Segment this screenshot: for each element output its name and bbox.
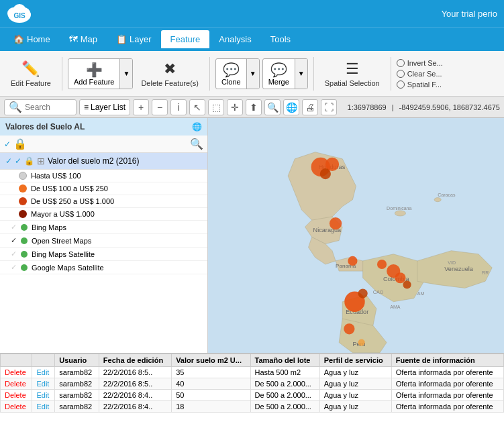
cell-perfil: Agua y luz (319, 400, 391, 412)
delete-icon: ✖ (164, 60, 176, 78)
svg-point-18 (395, 211, 405, 216)
clone-split[interactable]: 💬 Clone ▼ (215, 58, 260, 89)
cursor-btn[interactable]: ↖ (189, 99, 205, 115)
zoom-in-btn[interactable]: 🔍 (264, 99, 281, 115)
base-layer-3[interactable]: ✓ Google Maps Satellite (0, 261, 207, 274)
cell-fecha: 22/2/2016 8:4.. (99, 389, 171, 400)
legend-dot-3 (19, 210, 27, 218)
col-perfil: Perfil de servicio (319, 354, 391, 366)
cell-fuente: Oferta informada por oferente (391, 378, 503, 389)
globe-small-icon: 🌐 (192, 122, 202, 131)
cell-usuario: saramb82 (55, 366, 99, 378)
spatial-f-icon (397, 80, 405, 89)
info-btn[interactable]: i (170, 99, 187, 115)
print-btn[interactable]: 🖨 (302, 99, 318, 115)
edit-link[interactable]: Edit (36, 391, 49, 399)
legend-dot-1 (19, 184, 27, 193)
nav-analysis[interactable]: Analysis (209, 30, 260, 48)
base-check-0: ✓ (11, 223, 17, 231)
svg-point-32 (358, 288, 368, 298)
invert-selection-row[interactable]: Invert Se... (397, 59, 443, 67)
nav-layer[interactable]: 📋 Layer (107, 30, 161, 48)
search-input[interactable] (25, 103, 72, 112)
col-usuario: Usuario (55, 354, 99, 366)
move-btn[interactable]: ✛ (227, 99, 243, 115)
col-valor: Valor suelo m2 U... (172, 354, 250, 366)
coord-position: -8492459.5906, 1868732.4675 (399, 103, 500, 111)
data-table: Usuario Fecha de edición Valor suelo m2 … (0, 354, 504, 413)
lock-icon: 🔒 (13, 138, 27, 150)
layer-panel: Valores del Suelo AL 🌐 ✓ 🔒 🔍 ✓ ✓ 🔒 ⊞ Val… (0, 118, 208, 353)
clone-button[interactable]: 💬 Clone (216, 59, 246, 89)
zoom-layer-icon[interactable]: 🔍 (190, 138, 203, 150)
svg-text:Dominicana: Dominicana (387, 206, 411, 211)
coord-display: 1:36978869 | -8492459.5906, 1868732.4675 (348, 103, 500, 111)
svg-point-25 (330, 217, 342, 229)
base-layer-1[interactable]: ✓ Open Street Maps (0, 234, 207, 248)
legend-item-2: De US$ 250 a US$ 1.000 (0, 195, 207, 208)
legend-dot-0 (19, 172, 27, 180)
add-btn[interactable]: + (133, 99, 149, 115)
merge-button[interactable]: 💬 Merge (263, 59, 295, 89)
clear-label: Clear Se... (407, 70, 442, 78)
svg-text:CAO: CAO (373, 290, 384, 295)
add-feature-button[interactable]: ➕ Add Feature (68, 59, 120, 89)
clone-dropdown[interactable]: ▼ (246, 59, 259, 89)
merge-split[interactable]: 💬 Merge ▼ (262, 58, 308, 89)
nav-feature[interactable]: Feature (161, 30, 210, 48)
edit-link[interactable]: Edit (36, 380, 49, 388)
delete-feature-button[interactable]: ✖ Delete Feature(s) (136, 58, 204, 90)
spatial-selection-button[interactable]: ☰ Spatial Selection (319, 58, 385, 90)
separator-1 (62, 57, 62, 91)
map-icon: 🗺 (69, 34, 78, 44)
edit-feature-button[interactable]: ✏️ Edit Feature (5, 58, 56, 90)
cell-fecha: 22/2/2016 8:4.. (99, 400, 171, 412)
nav-map[interactable]: 🗺 Map (60, 30, 107, 48)
separator-2 (209, 57, 210, 91)
map-area[interactable]: Honduras Nicaragua Panamá Colombia Venez… (208, 118, 504, 353)
select-btn[interactable]: ⬚ (208, 99, 224, 115)
upload-btn[interactable]: ⬆ (246, 99, 262, 115)
delete-link[interactable]: Delete (5, 380, 26, 388)
svg-text:RR: RR (482, 270, 489, 276)
nav-home[interactable]: 🏠 Home (4, 30, 60, 48)
add-feature-split[interactable]: ➕ Add Feature ▼ (68, 58, 133, 89)
spatial-f-row[interactable]: Spatial F... (397, 80, 443, 89)
cell-tamano: De 500 a 2.000... (250, 400, 319, 412)
base-layer-0[interactable]: ✓ Bing Maps (0, 221, 207, 234)
search-box[interactable]: 🔍 (4, 99, 77, 115)
separator-4 (391, 57, 391, 91)
delete-link[interactable]: Delete (5, 368, 26, 376)
merge-dropdown[interactable]: ▼ (295, 59, 307, 89)
logo-icon: GIS (7, 3, 32, 24)
map-svg: Honduras Nicaragua Panamá Colombia Venez… (208, 118, 504, 353)
logo: GIS (7, 3, 32, 24)
layer-list-button[interactable]: ≡ Layer List (79, 99, 130, 115)
cell-perfil: Agua y luz (319, 389, 391, 400)
delete-link[interactable]: Delete (5, 391, 26, 399)
check-icon[interactable]: ✓ (4, 140, 11, 149)
cell-usuario: saramb82 (55, 389, 99, 400)
cell-tamano: De 500 a 2.000... (250, 378, 319, 389)
spatial-icon: ☰ (346, 60, 359, 78)
clear-selection-row[interactable]: Clear Se... (397, 70, 443, 78)
svg-point-33 (344, 323, 354, 334)
legend-dot-2 (19, 197, 27, 205)
delete-link[interactable]: Delete (5, 402, 26, 411)
fullscreen-btn[interactable]: ⛶ (321, 99, 337, 115)
layer-item[interactable]: ✓ ✓ 🔒 ⊞ Valor del suelo m2 (2016) (0, 153, 207, 170)
base-dot-0 (21, 224, 28, 231)
nav-tools[interactable]: Tools (261, 30, 300, 48)
col-edit (32, 354, 55, 366)
edit-link[interactable]: Edit (36, 402, 49, 411)
layer-grid-icon: ⊞ (37, 156, 45, 166)
table-row: Delete Edit saramb82 22/2/2016 8:5.. 35 … (1, 366, 504, 378)
base-layer-2[interactable]: ✓ Bing Maps Satellite (0, 248, 207, 261)
edit-link[interactable]: Edit (36, 368, 49, 376)
layer-header: Valores del Suelo AL 🌐 (0, 118, 207, 136)
remove-btn[interactable]: − (152, 99, 168, 115)
globe-btn[interactable]: 🌐 (283, 99, 299, 115)
add-feature-dropdown[interactable]: ▼ (119, 59, 132, 89)
cell-usuario: saramb82 (55, 378, 99, 389)
data-table-area: Usuario Fecha de edición Valor suelo m2 … (0, 353, 504, 430)
